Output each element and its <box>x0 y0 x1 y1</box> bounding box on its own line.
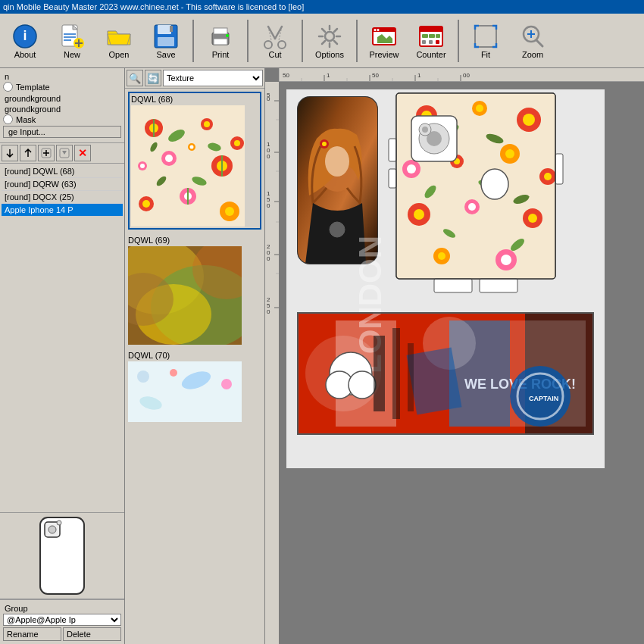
icon-btn-4[interactable] <box>56 145 73 161</box>
texture-refresh-button[interactable]: 🔄 <box>145 70 161 86</box>
texture-list: DQWL (68) <box>125 89 264 644</box>
svg-point-189 <box>349 371 376 399</box>
svg-rect-24 <box>422 40 426 44</box>
preview-button[interactable]: Preview <box>362 16 406 66</box>
svg-text:1: 1 <box>417 72 421 79</box>
svg-point-41 <box>204 121 210 127</box>
texture-item-69[interactable]: DQWL (69) <box>128 236 261 345</box>
svg-point-39 <box>165 155 173 162</box>
cut-button[interactable]: Cut <box>253 16 297 66</box>
options-label: Options <box>315 50 344 59</box>
about-label: About <box>14 50 36 59</box>
svg-rect-191 <box>374 336 385 411</box>
icon-btn-1[interactable] <box>2 145 18 161</box>
main-area: n Template groundkground groundkground M… <box>0 68 644 644</box>
svg-text:0: 0 <box>267 202 270 209</box>
ground-label-1: groundkground <box>3 93 121 104</box>
svg-point-168 <box>481 169 508 199</box>
ruler-side-svg: 5 0 1 0 0 1 5 0 2 0 0 2 5 <box>265 82 279 644</box>
rename-button[interactable]: Rename <box>3 627 61 641</box>
image-input-button[interactable]: ge Input... <box>3 126 121 138</box>
icon-btn-3[interactable] <box>38 145 55 161</box>
layer-list: [round] DQWL (68) [round] DQRW (63) [rou… <box>0 164 124 512</box>
canvas-area[interactable]: 50 1 50 1 00 5 <box>265 68 644 644</box>
svg-point-167 <box>422 127 428 133</box>
list-item-1[interactable]: [round] DQWL (68) <box>2 165 123 178</box>
texture-label-69: DQWL (69) <box>128 236 261 245</box>
mask-radio[interactable] <box>3 114 13 124</box>
svg-rect-27 <box>475 26 496 47</box>
svg-rect-172 <box>434 279 472 292</box>
save-label: Save <box>156 50 175 59</box>
svg-rect-26 <box>436 40 439 44</box>
new-label: New <box>64 50 80 59</box>
svg-rect-76 <box>279 68 644 81</box>
svg-text:50: 50 <box>372 72 379 79</box>
svg-rect-6 <box>158 37 174 46</box>
texture-label-70: DQWL (70) <box>128 351 261 360</box>
texture-item-70[interactable]: DQWL (70) <box>128 351 261 422</box>
svg-point-71 <box>137 370 149 383</box>
zoom-icon <box>519 23 546 50</box>
texture-item-68[interactable]: DQWL (68) <box>128 92 261 230</box>
options-button[interactable]: Options <box>308 16 352 66</box>
template-radio-row: Template <box>3 82 121 92</box>
svg-point-33 <box>48 526 56 533</box>
print-label: Print <box>212 50 230 59</box>
icon-btn-2[interactable] <box>20 145 36 161</box>
list-item-4[interactable]: Apple Iphone 14 P <box>2 204 123 217</box>
counter-label: Counter <box>416 50 445 59</box>
toolbar-separator-2 <box>247 20 249 62</box>
list-item-2[interactable]: [round] DQRW (63) <box>2 178 123 191</box>
svg-text:i: i <box>23 28 27 43</box>
svg-rect-20 <box>420 27 442 32</box>
fit-button[interactable]: Fit <box>464 16 508 66</box>
svg-rect-169 <box>389 139 396 161</box>
save-icon <box>152 23 180 50</box>
svg-point-60 <box>140 164 145 168</box>
svg-rect-9 <box>214 28 227 34</box>
svg-text:0: 0 <box>267 153 270 160</box>
svg-rect-91 <box>265 82 279 644</box>
about-button[interactable]: i About <box>3 16 47 66</box>
save-button[interactable]: Save <box>144 16 188 66</box>
print-button[interactable]: Print <box>199 16 242 66</box>
texture-header: 🔍 🔄 Texture <box>125 68 264 89</box>
toolbar-separator-4 <box>356 20 358 62</box>
delete-button[interactable]: Delete <box>63 627 121 641</box>
left-top-section: n Template groundkground groundkground M… <box>0 68 124 143</box>
texture-thumb-68 <box>131 105 245 227</box>
zoom-button[interactable]: Zoom <box>511 16 555 66</box>
svg-text:00: 00 <box>463 72 470 79</box>
texture-label-68: DQWL (68) <box>131 95 258 104</box>
new-button[interactable]: New <box>50 16 94 66</box>
template-radio[interactable] <box>3 82 13 92</box>
options-icon <box>316 23 343 50</box>
list-item-3[interactable]: [round] DQCX (25) <box>2 191 123 204</box>
counter-button[interactable]: Counter <box>409 16 453 66</box>
svg-rect-5 <box>158 25 171 34</box>
open-button[interactable]: Open <box>97 16 141 66</box>
svg-text:0: 0 <box>267 255 270 262</box>
open-label: Open <box>109 50 130 59</box>
cut-icon <box>261 23 289 50</box>
icon-toolbar: ✕ <box>0 143 124 164</box>
ground-label-2: groundkground <box>3 104 121 114</box>
about-icon: i <box>11 23 39 50</box>
texture-panel: 🔍 🔄 Texture DQWL (68) <box>125 68 265 644</box>
svg-text:1: 1 <box>327 72 330 79</box>
template-label: Template <box>16 83 50 92</box>
preview-icon <box>370 23 398 50</box>
svg-point-49 <box>142 200 150 208</box>
delete-icon-btn[interactable]: ✕ <box>74 145 91 161</box>
svg-text:CAPTAIN: CAPTAIN <box>529 395 558 402</box>
group-section-label: Group <box>3 603 121 614</box>
svg-rect-171 <box>555 154 563 184</box>
svg-text:0: 0 <box>267 308 270 315</box>
texture-search-button[interactable]: 🔍 <box>127 70 143 86</box>
svg-rect-193 <box>408 343 414 411</box>
group-select[interactable]: @Apple@Apple Ip <box>3 614 121 626</box>
texture-dropdown[interactable]: Texture <box>163 70 263 86</box>
svg-point-14 <box>325 32 334 41</box>
svg-point-129 <box>330 222 345 237</box>
